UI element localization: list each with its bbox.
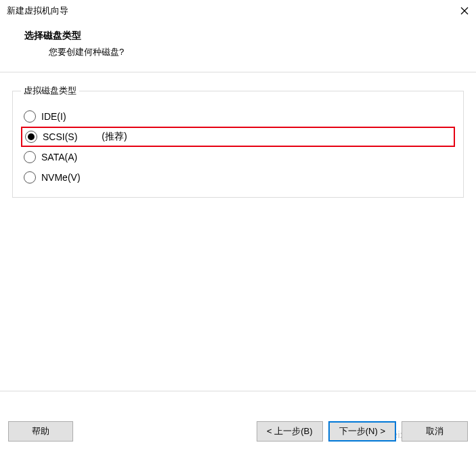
help-button[interactable]: 帮助	[8, 421, 73, 442]
radio-label: SATA(A)	[41, 152, 77, 163]
radio-option-nvme[interactable]: NVMe(V)	[21, 167, 455, 188]
button-bar: 帮助 < 上一步(B) 下一步(N) > 取消	[0, 421, 476, 442]
radio-icon[interactable]	[24, 151, 36, 163]
radio-label: NVMe(V)	[41, 172, 81, 183]
window-title: 新建虚拟机向导	[7, 5, 68, 17]
radio-label: SCSI(S)	[43, 131, 77, 142]
wizard-header: 选择磁盘类型 您要创建何种磁盘?	[0, 22, 476, 72]
radio-icon[interactable]	[24, 110, 36, 123]
page-subtitle: 您要创建何种磁盘?	[24, 46, 460, 58]
content-area: 虚拟磁盘类型 IDE(I) SCSI(S) (推荐) SATA(A) NVMe(…	[0, 72, 476, 391]
titlebar: 新建虚拟机向导	[0, 0, 476, 22]
radio-icon[interactable]	[25, 131, 37, 143]
radio-option-ide[interactable]: IDE(I)	[21, 106, 455, 127]
page-title: 选择磁盘类型	[24, 30, 460, 42]
group-legend: 虚拟磁盘类型	[21, 85, 79, 97]
back-button[interactable]: < 上一步(B)	[257, 421, 323, 442]
radio-option-scsi[interactable]: SCSI(S) (推荐)	[21, 127, 455, 147]
recommended-label: (推荐)	[102, 131, 127, 143]
next-button[interactable]: 下一步(N) >	[328, 421, 396, 442]
radio-label: IDE(I)	[41, 111, 66, 122]
radio-option-sata[interactable]: SATA(A)	[21, 147, 455, 167]
disk-type-group: 虚拟磁盘类型 IDE(I) SCSI(S) (推荐) SATA(A) NVMe(…	[12, 85, 464, 198]
cancel-button[interactable]: 取消	[402, 421, 468, 442]
close-icon[interactable]	[460, 6, 469, 16]
radio-icon[interactable]	[24, 171, 36, 184]
